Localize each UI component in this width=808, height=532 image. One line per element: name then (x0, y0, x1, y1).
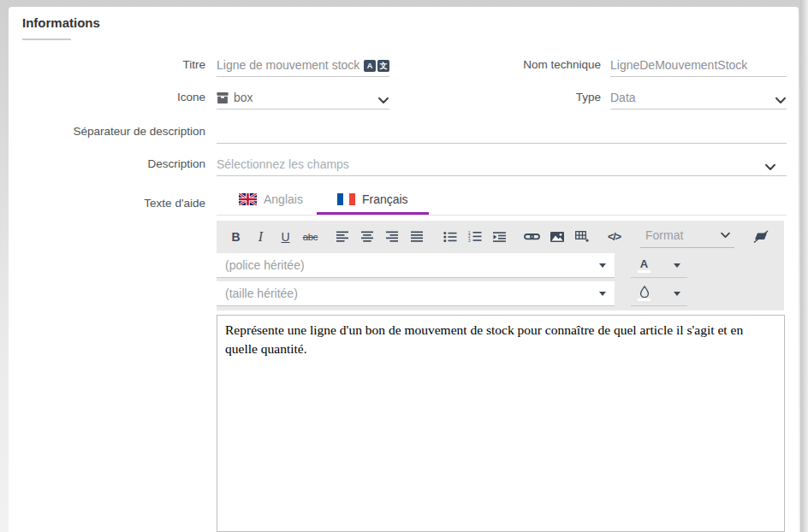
image-icon (550, 232, 564, 242)
tab-francais[interactable]: Français (317, 186, 429, 215)
bold-button[interactable]: B (223, 226, 248, 248)
titre-field[interactable]: Ligne de mouvement stock A 文 (217, 51, 389, 77)
italic-button[interactable]: I (248, 226, 273, 248)
align-center-button[interactable] (355, 226, 380, 248)
icone-select[interactable]: box (217, 84, 389, 109)
font-family-dropdown[interactable]: (police héritée) (217, 253, 615, 278)
tab-francais-label: Français (362, 192, 408, 206)
justify-button[interactable] (405, 226, 430, 248)
translate-icon[interactable]: A 文 (364, 60, 389, 72)
format-dropdown[interactable]: Format (640, 226, 734, 248)
numbered-list-button[interactable]: 1 2 3 (462, 226, 487, 248)
nom-technique-label: Nom technique (389, 51, 601, 77)
type-label: Type (389, 84, 601, 109)
indent-button[interactable] (487, 226, 512, 248)
tab-anglais[interactable]: Anglais (225, 186, 317, 215)
link-icon (524, 232, 540, 241)
dropdown-arrow-icon[interactable] (599, 263, 606, 268)
separateur-field[interactable] (217, 118, 787, 144)
font-size-dropdown[interactable]: (taille héritée) (217, 281, 615, 306)
richtext-toolbar: B I U abc (217, 221, 784, 310)
type-select[interactable]: Data (610, 84, 787, 109)
type-value: Data (610, 91, 636, 104)
align-right-button[interactable] (380, 226, 405, 248)
chevron-down-icon[interactable] (377, 97, 389, 104)
translate-lang-icon[interactable]: 文 (377, 60, 389, 72)
chevron-down-icon (720, 232, 731, 239)
background-color-swatch (638, 299, 651, 301)
chevron-down-icon[interactable] (764, 163, 776, 171)
table-icon (575, 231, 589, 243)
separateur-label: Séparateur de description (9, 118, 205, 144)
box-icon (217, 92, 229, 103)
page-title: Informations (22, 15, 100, 30)
underline-button[interactable]: U (273, 226, 298, 248)
translate-a-icon[interactable]: A (364, 60, 376, 72)
toolbar-row-buttons: B I U abc (217, 221, 784, 252)
vertical-scrollbar[interactable] (800, 0, 808, 532)
justify-icon (411, 231, 424, 242)
font-size-placeholder: (taille héritée) (225, 287, 298, 300)
dropdown-arrow-icon[interactable] (674, 263, 680, 268)
texte-aide-label: Texte d'aide (9, 190, 205, 216)
image-button[interactable] (544, 226, 569, 248)
remove-format-button[interactable] (748, 226, 773, 248)
uk-flag-icon (239, 193, 257, 205)
background-color-picker[interactable] (631, 281, 687, 306)
link-button[interactable] (520, 226, 544, 248)
titre-value: Ligne de mouvement stock (217, 58, 359, 72)
text-color-icon: A (640, 258, 648, 269)
source-code-button[interactable]: </> (602, 226, 627, 248)
svg-text:3: 3 (468, 239, 471, 242)
text-color-swatch (638, 270, 651, 273)
dropdown-arrow-icon[interactable] (674, 292, 680, 296)
description-label: Description (9, 151, 205, 176)
chevron-down-icon[interactable] (775, 97, 787, 104)
icone-value: box (234, 91, 253, 104)
nom-technique-value: LigneDeMouvementStock (610, 58, 747, 72)
icone-label: Icone (9, 84, 205, 109)
indent-icon (493, 232, 507, 242)
fr-flag-icon (337, 193, 355, 205)
bullet-list-button[interactable] (437, 226, 462, 248)
informations-panel: Informations Titre Ligne de mouvement st… (9, 7, 799, 532)
titre-label: Titre (9, 51, 205, 77)
font-family-placeholder: (police héritée) (225, 258, 305, 272)
align-left-button[interactable] (330, 226, 355, 248)
language-tabs: Anglais Français (217, 186, 787, 216)
richtext-content[interactable]: Représente une ligne d'un bon de mouveme… (217, 315, 785, 532)
dropdown-arrow-icon[interactable] (599, 292, 606, 296)
remove-format-icon (753, 230, 769, 244)
text-color-picker[interactable]: A (631, 253, 687, 278)
tab-anglais-label: Anglais (264, 192, 303, 206)
format-placeholder: Format (645, 228, 683, 242)
align-left-icon (336, 231, 349, 242)
numbered-list-icon: 1 2 3 (468, 231, 482, 242)
nom-technique-field[interactable]: LigneDeMouvementStock (610, 51, 787, 77)
table-button[interactable] (569, 226, 594, 248)
droplet-icon (639, 286, 650, 298)
strikethrough-button[interactable]: abc (298, 226, 323, 248)
description-input[interactable] (217, 157, 764, 171)
align-center-icon (361, 231, 374, 242)
description-select[interactable] (217, 151, 787, 176)
bullet-list-icon (443, 232, 457, 242)
title-underline (22, 38, 71, 40)
align-right-icon (386, 231, 399, 242)
